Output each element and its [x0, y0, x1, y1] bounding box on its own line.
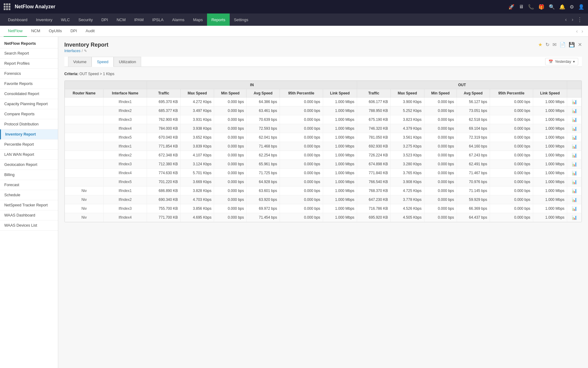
nav-next-arrow[interactable]: ›: [570, 16, 575, 23]
sidebar-item-billing[interactable]: Billing: [0, 170, 58, 180]
refresh-icon[interactable]: ↻: [545, 42, 549, 48]
pdf-icon[interactable]: 📄: [560, 42, 566, 48]
search-icon[interactable]: 🔍: [549, 4, 555, 10]
nav-item-dashboard[interactable]: Dashboard: [4, 13, 32, 26]
sidebar-item-netspeed-tracker[interactable]: NetSpeed Tracker Report: [0, 200, 58, 210]
cell-chart-icon[interactable]: 📊: [567, 178, 582, 186]
cell-out-95th: 0.000 bps: [490, 151, 533, 160]
nav-item-ncm[interactable]: NCM: [112, 13, 130, 26]
phone-icon[interactable]: 📞: [528, 4, 534, 10]
subnav-prev-arrow[interactable]: ‹: [575, 28, 579, 35]
subnav-ncm[interactable]: NCM: [27, 26, 45, 37]
sidebar-item-waas-dashboard[interactable]: WAAS Dashboard: [0, 210, 58, 220]
subnav-next-arrow[interactable]: ›: [580, 28, 584, 35]
subnav-netflow[interactable]: NetFlow: [4, 26, 27, 37]
cell-chart-icon[interactable]: 📊: [567, 186, 582, 195]
subnav-dpi[interactable]: DPI: [66, 26, 81, 37]
close-icon[interactable]: ✕: [578, 42, 582, 48]
sidebar-item-geolocation-report[interactable]: Geolocation Report: [0, 160, 58, 170]
sidebar-item-capacity-planning[interactable]: Capacity Planning Report: [0, 99, 58, 109]
sidebar-item-protocol-distribution[interactable]: Protocol Distribution: [0, 119, 58, 129]
cell-out-link: 1.000 Mbps: [533, 133, 567, 142]
col-router-name: Router Name: [65, 89, 104, 98]
cell-router: [65, 178, 104, 186]
inventory-table: IN OUT Router Name Interface Name Traffi…: [65, 81, 582, 222]
cell-out-min: 0.000 bps: [424, 195, 457, 204]
cell-out-min: 0.000 bps: [424, 142, 457, 151]
user-icon[interactable]: 👤: [578, 4, 584, 10]
cell-chart-icon[interactable]: 📊: [567, 160, 582, 169]
nav-item-security[interactable]: Security: [74, 13, 97, 26]
sidebar-item-lan-wan-report[interactable]: LAN WAN Report: [0, 150, 58, 160]
nav-item-inventory[interactable]: Inventory: [32, 13, 57, 26]
cell-out-link: 1.000 Mbps: [533, 124, 567, 133]
sidebar-item-schedule[interactable]: Schedule: [0, 190, 58, 200]
sidebar-item-inventory-report[interactable]: Inventory Report: [0, 129, 58, 140]
cell-chart-icon[interactable]: 📊: [567, 195, 582, 204]
save-icon[interactable]: 💾: [569, 42, 575, 48]
nav-item-maps[interactable]: Maps: [189, 13, 207, 26]
cell-in-95th: 0.000 bps: [280, 195, 323, 204]
sidebar-item-report-profiles[interactable]: Report Profiles: [0, 59, 58, 69]
cell-in-link: 1.000 Mbps: [323, 106, 357, 115]
sidebar-item-compare-reports[interactable]: Compare Reports: [0, 109, 58, 119]
sidebar-item-percentile-report[interactable]: Percentile Report: [0, 140, 58, 150]
cell-chart-icon[interactable]: 📊: [567, 115, 582, 124]
subnav-audit[interactable]: Audit: [81, 26, 99, 37]
cell-chart-icon[interactable]: 📊: [567, 204, 582, 213]
nav-item-alarms[interactable]: Alarms: [168, 13, 189, 26]
sidebar-item-waas-devices[interactable]: WAAS Devices List: [0, 220, 58, 231]
breadcrumb-link[interactable]: Interfaces: [64, 49, 81, 53]
cell-chart-icon[interactable]: 📊: [567, 142, 582, 151]
nav-item-ipam[interactable]: IPAM: [130, 13, 148, 26]
star-icon[interactable]: ★: [538, 42, 542, 48]
nav-item-ipsla[interactable]: IPSLA: [148, 13, 168, 26]
cell-chart-icon[interactable]: 📊: [567, 151, 582, 160]
cell-out-max: 3.900 Kbps: [390, 98, 424, 106]
cell-chart-icon[interactable]: 📊: [567, 98, 582, 106]
cell-chart-icon[interactable]: 📊: [567, 106, 582, 115]
cell-out-traffic: 675.190 KB: [357, 115, 391, 124]
nav-prev-arrow[interactable]: ‹: [563, 16, 568, 23]
gear-icon[interactable]: ⚙: [570, 4, 574, 10]
sidebar-item-search-report[interactable]: Search Report: [0, 48, 58, 59]
cell-in-95th: 0.000 bps: [280, 151, 323, 160]
cell-in-traffic: 784.000 KB: [147, 124, 181, 133]
nav-item-reports[interactable]: Reports: [207, 13, 230, 26]
cell-chart-icon[interactable]: 📊: [567, 133, 582, 142]
cell-out-traffic: 606.177 KB: [357, 98, 391, 106]
edit-icon[interactable]: ✎: [84, 49, 87, 53]
cell-out-max: 5.252 Kbps: [390, 106, 424, 115]
tab-volume[interactable]: Volume: [68, 57, 92, 67]
email-icon[interactable]: ✉: [552, 42, 556, 48]
subnav-oputils[interactable]: OpUtils: [44, 26, 66, 37]
sidebar-item-favorite-reports[interactable]: Favorite Reports: [0, 79, 58, 89]
sidebar-item-forecast[interactable]: Forecast: [0, 180, 58, 190]
nav-item-settings[interactable]: Settings: [230, 13, 253, 26]
tab-speed[interactable]: Speed: [92, 57, 114, 67]
sidebar-title: NetFlow Reports: [0, 37, 58, 48]
nav-bar: Dashboard Inventory WLC Security DPI NCM…: [0, 13, 588, 26]
rocket-icon[interactable]: 🚀: [508, 4, 514, 10]
nav-item-wlc[interactable]: WLC: [57, 13, 74, 26]
tab-utilization[interactable]: Utilization: [114, 57, 141, 67]
cell-out-avg: 71.145 bps: [457, 186, 490, 195]
sidebar-item-forensics[interactable]: Forensics: [0, 69, 58, 79]
cell-in-link: 1.000 Mbps: [323, 178, 357, 186]
bell-icon[interactable]: 🔔: [559, 4, 565, 10]
gift-icon[interactable]: 🎁: [538, 4, 545, 10]
date-selector[interactable]: 📅 Yesterday ▾: [545, 58, 578, 65]
cell-router: [65, 169, 104, 178]
nav-more-icon[interactable]: ⋮: [575, 16, 584, 23]
monitor-icon[interactable]: 🖥: [519, 4, 524, 10]
cell-chart-icon[interactable]: 📊: [567, 213, 582, 222]
col-in-link-speed: Link Speed: [323, 89, 357, 98]
cell-in-link: 1.000 Mbps: [323, 142, 357, 151]
cell-chart-icon[interactable]: 📊: [567, 169, 582, 178]
col-out-max-speed: Max Speed: [390, 89, 424, 98]
sidebar-item-consolidated-report[interactable]: Consolidated Report: [0, 89, 58, 99]
cell-chart-icon[interactable]: 📊: [567, 124, 582, 133]
date-value: Yesterday: [555, 59, 571, 64]
nav-item-dpi[interactable]: DPI: [97, 13, 112, 26]
cell-out-avg: 71.467 bps: [457, 169, 490, 178]
